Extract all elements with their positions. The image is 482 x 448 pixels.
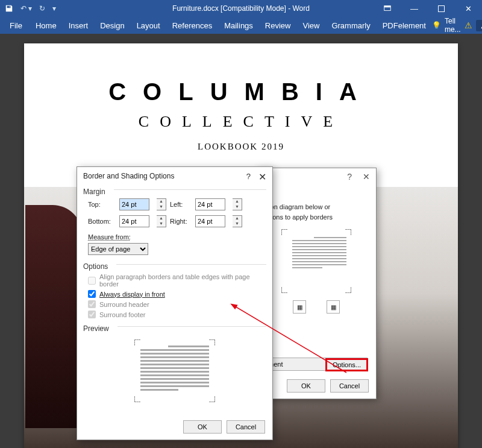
svg-rect-1 xyxy=(384,6,390,8)
tab-view[interactable]: View xyxy=(296,17,325,34)
save-icon[interactable] xyxy=(5,4,13,13)
close-icon[interactable]: ✕ xyxy=(363,172,370,181)
ok-button[interactable]: OK xyxy=(183,420,222,434)
opt-always-front[interactable]: Always display in front xyxy=(88,290,266,298)
tab-pdfelement[interactable]: PDFelement xyxy=(377,17,432,34)
help-icon[interactable]: ? xyxy=(347,172,352,181)
qat-dropdown-icon[interactable]: ▾ xyxy=(52,4,56,13)
border-right-toggle[interactable]: ▦ xyxy=(327,300,340,314)
group-preview: Preview xyxy=(77,322,115,334)
preview-hint: k on diagram below or xyxy=(265,202,368,212)
opt-surround-header: Surround header xyxy=(88,300,266,308)
tab-grammarly[interactable]: Grammarly xyxy=(325,17,376,34)
bottom-label: Bottom: xyxy=(88,218,117,225)
maximize-icon[interactable] xyxy=(428,0,455,17)
titlebar: ↶ ▾ ↻ ▾ Furniture.docx [Compatibility Mo… xyxy=(0,0,482,17)
spinner-top[interactable]: ▲▼ xyxy=(157,198,166,210)
preview-hint: uttons to apply borders xyxy=(265,212,368,222)
right-label: Right: xyxy=(170,218,193,225)
group-margin: Margin xyxy=(77,185,111,197)
share-button[interactable]: Share xyxy=(476,20,482,31)
warning-icon[interactable]: ⚠ xyxy=(465,21,472,30)
preview-diagram xyxy=(133,338,217,404)
borders-shading-dialog: ? ✕ k on diagram below or uttons to appl… xyxy=(256,168,377,399)
tab-layout[interactable]: Layout xyxy=(131,17,166,34)
tab-insert[interactable]: Insert xyxy=(63,17,95,34)
cancel-button[interactable]: Cancel xyxy=(227,420,265,434)
tab-review[interactable]: Review xyxy=(259,17,297,34)
measure-from-select[interactable]: Edge of page xyxy=(88,243,148,255)
minimize-icon[interactable]: — xyxy=(401,0,428,17)
ok-button[interactable]: OK xyxy=(287,379,325,393)
cancel-button[interactable]: Cancel xyxy=(330,379,369,393)
border-bottom-toggle[interactable]: ▦ xyxy=(293,300,306,314)
doc-heading-2: COLLECTIVE xyxy=(24,113,458,131)
tab-references[interactable]: References xyxy=(166,17,218,34)
close-icon[interactable]: ✕ xyxy=(455,0,482,17)
lightbulb-icon: 💡 xyxy=(432,21,441,30)
undo-icon[interactable]: ↶ ▾ xyxy=(20,4,32,13)
doc-heading-3: LOOKBOOK 2019 xyxy=(24,142,458,152)
redo-icon[interactable]: ↻ xyxy=(39,4,45,13)
margin-right-input[interactable] xyxy=(195,215,225,227)
doc-heading-1: COLUMBIA xyxy=(24,78,458,106)
opt-align-borders: Align paragraph borders and table edges … xyxy=(88,273,266,288)
svg-rect-2 xyxy=(439,5,445,11)
tab-mailings[interactable]: Mailings xyxy=(218,17,259,34)
ribbon-display-icon[interactable] xyxy=(374,0,401,17)
margin-bottom-input[interactable] xyxy=(119,215,149,227)
ribbon: File Home Insert Design Layout Reference… xyxy=(0,17,482,34)
spinner-right[interactable]: ▲▼ xyxy=(233,215,242,227)
window-title: Furniture.docx [Compatibility Mode] - Wo… xyxy=(172,4,310,13)
margin-top-input[interactable] xyxy=(119,198,149,210)
options-button[interactable]: Options... xyxy=(326,359,368,371)
left-label: Left: xyxy=(170,201,193,208)
group-options: Options xyxy=(77,260,114,272)
spinner-left[interactable]: ▲▼ xyxy=(233,198,242,210)
tab-design[interactable]: Design xyxy=(94,17,130,34)
file-tab[interactable]: File xyxy=(2,17,30,34)
tell-me[interactable]: Tell me... xyxy=(445,17,461,34)
spinner-bottom[interactable]: ▲▼ xyxy=(157,215,166,227)
border-shading-options-dialog: Border and Shading Options ? ✕ Margin To… xyxy=(77,166,273,440)
tab-home[interactable]: Home xyxy=(30,17,63,34)
margin-left-input[interactable] xyxy=(195,198,225,210)
help-icon[interactable]: ? xyxy=(246,172,251,181)
measure-from-label: Measure from: xyxy=(88,233,266,241)
opt-surround-footer: Surround footer xyxy=(88,311,266,318)
border-preview-diagram[interactable] xyxy=(280,228,352,294)
close-icon[interactable]: ✕ xyxy=(258,171,266,183)
top-label: Top: xyxy=(88,201,117,208)
dialog-title: Border and Shading Options xyxy=(77,167,272,185)
